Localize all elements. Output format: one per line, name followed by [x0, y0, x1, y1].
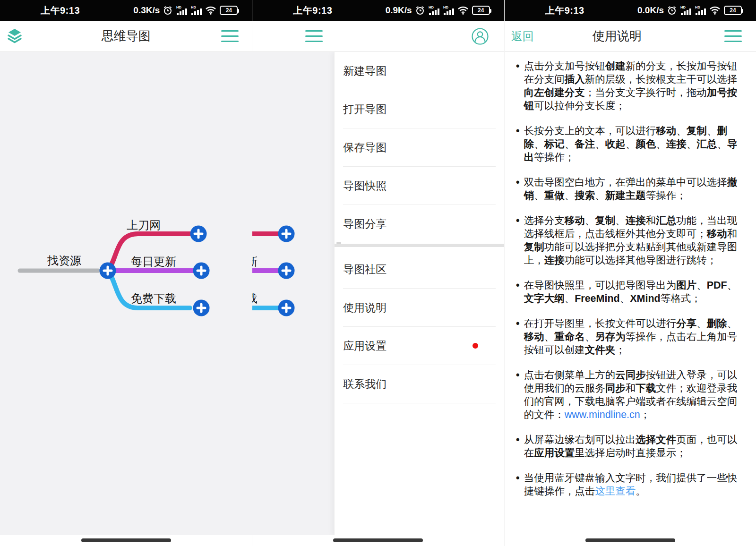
home-indicator[interactable]: [333, 538, 423, 542]
text-segment: ；: [615, 344, 626, 356]
text-segment: 、: [620, 293, 630, 304]
page-title: 思维导图: [102, 28, 151, 44]
bold-text: 备注: [575, 138, 595, 150]
text-segment: ；: [640, 409, 651, 420]
add-branch-button[interactable]: [278, 226, 295, 242]
svg-text:HD: HD: [191, 5, 196, 9]
text-segment: 、: [717, 138, 727, 150]
bold-text: 连接: [544, 255, 565, 266]
wifi-icon: [709, 6, 721, 15]
alarm-clock-icon: [163, 6, 172, 15]
bold-text: 另存为: [595, 331, 626, 342]
menu-item[interactable]: 打开导图: [335, 90, 504, 128]
svg-text:HD: HD: [176, 5, 181, 9]
menu-item-label: 使用说明: [343, 300, 387, 315]
add-branch-button[interactable]: [193, 263, 210, 279]
home-indicator[interactable]: [81, 538, 171, 542]
menu-section-separator: [335, 244, 504, 247]
account-icon[interactable]: [471, 27, 489, 45]
bold-text: 新建主题: [605, 190, 646, 201]
app-header: [252, 21, 504, 52]
wifi-icon: [205, 6, 216, 15]
layers-icon[interactable]: [7, 27, 23, 45]
add-branch-button[interactable]: [278, 263, 295, 279]
battery-level: 24: [478, 7, 484, 14]
bold-text: 应用设置: [534, 447, 575, 459]
bold-text: 分享: [676, 318, 696, 329]
root-node-label[interactable]: 找资源: [47, 254, 81, 267]
text-segment: 双击导图空白地方，在弹出的菜单中可以选择: [524, 177, 727, 188]
menu-item[interactable]: 联系我们: [335, 365, 504, 403]
status-time: 上午9:13: [41, 4, 80, 17]
add-branch-button[interactable]: [278, 300, 295, 316]
branch-label[interactable]: 上刀网: [127, 219, 161, 231]
instruction-bullet: 长按分支上的文本，可以进行移动、复制、删除、标记、备注、收起、颜色、连接、汇总、…: [517, 124, 743, 164]
branch-label[interactable]: 每日更新: [131, 255, 176, 268]
menu-item[interactable]: 应用设置: [335, 327, 504, 365]
bold-text: 移动: [656, 125, 676, 136]
menu-button[interactable]: [305, 30, 323, 42]
menu-button[interactable]: [724, 30, 742, 42]
bold-text: 连接: [666, 138, 687, 150]
text-segment: 和: [727, 228, 738, 239]
status-bar: 上午9:13 0.9K/s HD HD 24: [252, 0, 504, 21]
screen-menu: 上午9:13 0.9K/s HD HD 24: [252, 0, 504, 546]
status-time: 上午9:13: [545, 4, 584, 17]
menu-item[interactable]: 导图分享: [335, 205, 504, 243]
instruction-bullet: 点击右侧菜单上方的云同步按钮进入登录，可以使用我们的云服务同步和下载文件；欢迎登…: [517, 368, 743, 421]
dimmed-mindmap-canvas[interactable]: 新 载: [252, 52, 334, 535]
text-segment: 和: [626, 383, 636, 394]
text-segment: 、: [727, 318, 738, 329]
bold-text: XMind: [630, 293, 661, 304]
add-branch-button[interactable]: [100, 263, 116, 279]
signal-bars-hd-icon: HD: [190, 5, 202, 16]
text-segment: 、: [696, 318, 707, 329]
bold-text: 向左创建分支: [524, 87, 585, 98]
svg-text:HD: HD: [443, 5, 448, 9]
text-segment: 、: [707, 125, 717, 136]
screen-mindmap: 上午9:13 0.3K/s HD HD 24 思维导图 找资源: [0, 0, 252, 546]
bold-text: 插入: [565, 74, 585, 85]
page-title: 使用说明: [593, 28, 642, 44]
gesture-strip: [0, 535, 252, 546]
menu-item-label: 联系我们: [343, 377, 387, 392]
text-segment: 和: [646, 215, 656, 226]
mindline-website-link[interactable]: www.mindline.cn: [565, 409, 640, 420]
menu-button[interactable]: [221, 30, 239, 42]
text-segment: 等操作；: [534, 152, 575, 163]
branch-label[interactable]: 免费下载: [131, 292, 176, 305]
instruction-bullet: 在打开导图里，长按文件可以进行分享、删除、移动、重命名、另存为等操作，点击右上角…: [517, 317, 743, 357]
bold-text: 移动: [707, 228, 727, 239]
menu-item[interactable]: 保存导图: [335, 128, 504, 166]
add-branch-button[interactable]: [190, 226, 207, 242]
text-segment: 、: [585, 331, 595, 342]
instruction-bullet: 从屏幕边缘右划可以拉出选择文件页面，也可以在应用设置里选择启动时直接显示；: [517, 433, 743, 460]
bold-text: 搜索: [575, 190, 595, 201]
bold-text: 收起: [605, 138, 626, 150]
menu-item[interactable]: 使用说明: [335, 289, 504, 326]
screen-instructions: 上午9:13 0.0K/s HD HD 24 返回 使用说明 点击分支加号按钮创…: [504, 0, 756, 546]
bold-text: 复制: [524, 241, 544, 253]
menu-item[interactable]: 导图社区: [335, 250, 504, 288]
add-branch-button[interactable]: [193, 300, 210, 316]
text-segment: 、: [687, 138, 697, 150]
back-button[interactable]: 返回: [511, 29, 534, 44]
shortcut-help-link[interactable]: 这里查看: [595, 486, 636, 497]
bold-text: 图片: [676, 280, 696, 291]
instruction-bullet: 选择分支移动、复制、连接和汇总功能，当出现选择线框后，点击线框外其他分支即可；移…: [517, 214, 743, 267]
menu-item-label: 打开导图: [343, 102, 387, 117]
home-indicator[interactable]: [585, 538, 675, 542]
mindmap-canvas[interactable]: 找资源 上刀网 每日更新 免费下载: [0, 52, 252, 535]
alarm-clock-icon: [415, 6, 425, 15]
menu-item[interactable]: 导图快照: [335, 167, 504, 205]
text-segment: 、: [534, 190, 544, 201]
menu-item-label: 导图快照: [343, 179, 387, 193]
branch-label-clipped: 新: [252, 255, 258, 268]
menu-item-label: 保存导图: [343, 140, 387, 155]
bold-text: 删除: [707, 318, 727, 329]
menu-item[interactable]: 新建导图: [335, 52, 504, 90]
bold-text: 复制: [595, 215, 615, 226]
bold-text: 文件夹: [585, 344, 616, 356]
text-segment: 从屏幕边缘右划可以拉出: [524, 434, 636, 445]
text-segment: 、: [696, 280, 707, 291]
